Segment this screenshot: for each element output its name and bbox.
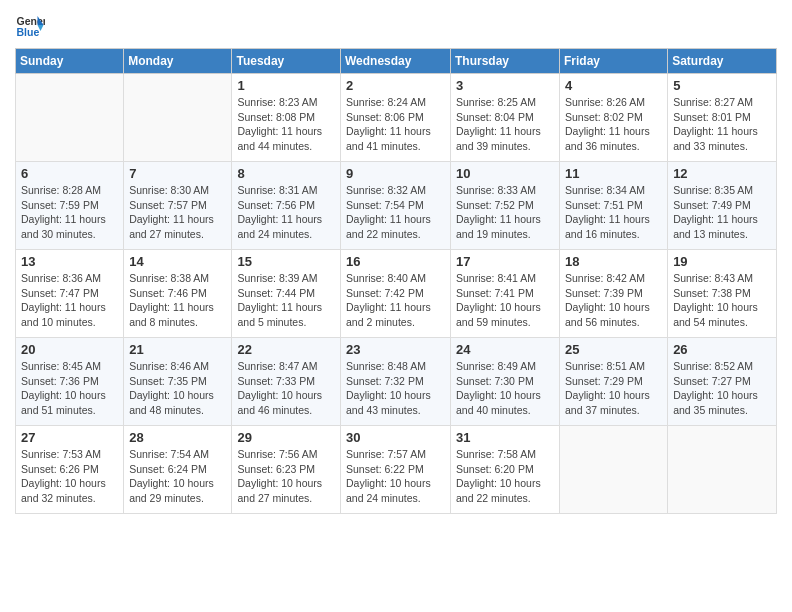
weekday-wednesday: Wednesday [341, 49, 451, 74]
day-detail: Sunrise: 8:39 AM Sunset: 7:44 PM Dayligh… [237, 271, 335, 330]
day-detail: Sunrise: 8:30 AM Sunset: 7:57 PM Dayligh… [129, 183, 226, 242]
day-number: 20 [21, 342, 118, 357]
calendar-cell: 6Sunrise: 8:28 AM Sunset: 7:59 PM Daylig… [16, 162, 124, 250]
day-detail: Sunrise: 8:25 AM Sunset: 8:04 PM Dayligh… [456, 95, 554, 154]
calendar-cell: 8Sunrise: 8:31 AM Sunset: 7:56 PM Daylig… [232, 162, 341, 250]
day-detail: Sunrise: 7:54 AM Sunset: 6:24 PM Dayligh… [129, 447, 226, 506]
day-detail: Sunrise: 8:41 AM Sunset: 7:41 PM Dayligh… [456, 271, 554, 330]
day-number: 23 [346, 342, 445, 357]
day-number: 30 [346, 430, 445, 445]
weekday-tuesday: Tuesday [232, 49, 341, 74]
calendar-cell: 1Sunrise: 8:23 AM Sunset: 8:08 PM Daylig… [232, 74, 341, 162]
day-detail: Sunrise: 8:27 AM Sunset: 8:01 PM Dayligh… [673, 95, 771, 154]
day-number: 28 [129, 430, 226, 445]
calendar-cell: 14Sunrise: 8:38 AM Sunset: 7:46 PM Dayli… [124, 250, 232, 338]
day-number: 14 [129, 254, 226, 269]
day-number: 19 [673, 254, 771, 269]
day-detail: Sunrise: 8:36 AM Sunset: 7:47 PM Dayligh… [21, 271, 118, 330]
day-number: 5 [673, 78, 771, 93]
day-number: 4 [565, 78, 662, 93]
calendar-cell: 7Sunrise: 8:30 AM Sunset: 7:57 PM Daylig… [124, 162, 232, 250]
logo: General Blue [15, 10, 49, 40]
day-number: 6 [21, 166, 118, 181]
weekday-saturday: Saturday [668, 49, 777, 74]
weekday-sunday: Sunday [16, 49, 124, 74]
calendar-cell: 27Sunrise: 7:53 AM Sunset: 6:26 PM Dayli… [16, 426, 124, 514]
calendar-cell: 22Sunrise: 8:47 AM Sunset: 7:33 PM Dayli… [232, 338, 341, 426]
day-number: 10 [456, 166, 554, 181]
day-detail: Sunrise: 8:45 AM Sunset: 7:36 PM Dayligh… [21, 359, 118, 418]
calendar-cell: 25Sunrise: 8:51 AM Sunset: 7:29 PM Dayli… [560, 338, 668, 426]
day-number: 9 [346, 166, 445, 181]
day-detail: Sunrise: 8:52 AM Sunset: 7:27 PM Dayligh… [673, 359, 771, 418]
day-number: 22 [237, 342, 335, 357]
day-detail: Sunrise: 8:24 AM Sunset: 8:06 PM Dayligh… [346, 95, 445, 154]
day-detail: Sunrise: 8:31 AM Sunset: 7:56 PM Dayligh… [237, 183, 335, 242]
day-detail: Sunrise: 8:23 AM Sunset: 8:08 PM Dayligh… [237, 95, 335, 154]
calendar-cell [124, 74, 232, 162]
week-row-2: 6Sunrise: 8:28 AM Sunset: 7:59 PM Daylig… [16, 162, 777, 250]
calendar-cell: 13Sunrise: 8:36 AM Sunset: 7:47 PM Dayli… [16, 250, 124, 338]
day-detail: Sunrise: 8:35 AM Sunset: 7:49 PM Dayligh… [673, 183, 771, 242]
calendar-cell: 18Sunrise: 8:42 AM Sunset: 7:39 PM Dayli… [560, 250, 668, 338]
week-row-1: 1Sunrise: 8:23 AM Sunset: 8:08 PM Daylig… [16, 74, 777, 162]
day-number: 31 [456, 430, 554, 445]
calendar-cell: 15Sunrise: 8:39 AM Sunset: 7:44 PM Dayli… [232, 250, 341, 338]
day-detail: Sunrise: 7:57 AM Sunset: 6:22 PM Dayligh… [346, 447, 445, 506]
day-number: 1 [237, 78, 335, 93]
day-number: 11 [565, 166, 662, 181]
day-detail: Sunrise: 8:33 AM Sunset: 7:52 PM Dayligh… [456, 183, 554, 242]
day-number: 3 [456, 78, 554, 93]
weekday-thursday: Thursday [451, 49, 560, 74]
day-number: 24 [456, 342, 554, 357]
day-detail: Sunrise: 8:43 AM Sunset: 7:38 PM Dayligh… [673, 271, 771, 330]
calendar-cell: 11Sunrise: 8:34 AM Sunset: 7:51 PM Dayli… [560, 162, 668, 250]
calendar-cell: 2Sunrise: 8:24 AM Sunset: 8:06 PM Daylig… [341, 74, 451, 162]
day-number: 29 [237, 430, 335, 445]
day-detail: Sunrise: 8:51 AM Sunset: 7:29 PM Dayligh… [565, 359, 662, 418]
logo-icon: General Blue [15, 10, 45, 40]
svg-text:Blue: Blue [17, 26, 40, 38]
calendar-cell: 3Sunrise: 8:25 AM Sunset: 8:04 PM Daylig… [451, 74, 560, 162]
calendar-cell [560, 426, 668, 514]
calendar-cell: 26Sunrise: 8:52 AM Sunset: 7:27 PM Dayli… [668, 338, 777, 426]
weekday-monday: Monday [124, 49, 232, 74]
day-number: 15 [237, 254, 335, 269]
calendar-cell: 20Sunrise: 8:45 AM Sunset: 7:36 PM Dayli… [16, 338, 124, 426]
day-number: 2 [346, 78, 445, 93]
day-detail: Sunrise: 8:48 AM Sunset: 7:32 PM Dayligh… [346, 359, 445, 418]
calendar-cell: 17Sunrise: 8:41 AM Sunset: 7:41 PM Dayli… [451, 250, 560, 338]
day-detail: Sunrise: 8:49 AM Sunset: 7:30 PM Dayligh… [456, 359, 554, 418]
calendar-cell: 30Sunrise: 7:57 AM Sunset: 6:22 PM Dayli… [341, 426, 451, 514]
week-row-5: 27Sunrise: 7:53 AM Sunset: 6:26 PM Dayli… [16, 426, 777, 514]
day-number: 16 [346, 254, 445, 269]
day-detail: Sunrise: 8:32 AM Sunset: 7:54 PM Dayligh… [346, 183, 445, 242]
calendar-cell: 16Sunrise: 8:40 AM Sunset: 7:42 PM Dayli… [341, 250, 451, 338]
day-detail: Sunrise: 8:28 AM Sunset: 7:59 PM Dayligh… [21, 183, 118, 242]
calendar-cell: 31Sunrise: 7:58 AM Sunset: 6:20 PM Dayli… [451, 426, 560, 514]
day-number: 27 [21, 430, 118, 445]
calendar-table: SundayMondayTuesdayWednesdayThursdayFrid… [15, 48, 777, 514]
calendar-cell [668, 426, 777, 514]
day-detail: Sunrise: 8:26 AM Sunset: 8:02 PM Dayligh… [565, 95, 662, 154]
day-number: 26 [673, 342, 771, 357]
day-detail: Sunrise: 8:42 AM Sunset: 7:39 PM Dayligh… [565, 271, 662, 330]
weekday-friday: Friday [560, 49, 668, 74]
calendar-cell: 29Sunrise: 7:56 AM Sunset: 6:23 PM Dayli… [232, 426, 341, 514]
day-number: 25 [565, 342, 662, 357]
day-number: 18 [565, 254, 662, 269]
day-detail: Sunrise: 7:58 AM Sunset: 6:20 PM Dayligh… [456, 447, 554, 506]
calendar-cell: 19Sunrise: 8:43 AM Sunset: 7:38 PM Dayli… [668, 250, 777, 338]
day-number: 7 [129, 166, 226, 181]
day-number: 12 [673, 166, 771, 181]
calendar-cell: 21Sunrise: 8:46 AM Sunset: 7:35 PM Dayli… [124, 338, 232, 426]
day-detail: Sunrise: 8:38 AM Sunset: 7:46 PM Dayligh… [129, 271, 226, 330]
calendar-cell [16, 74, 124, 162]
calendar-cell: 4Sunrise: 8:26 AM Sunset: 8:02 PM Daylig… [560, 74, 668, 162]
calendar-cell: 24Sunrise: 8:49 AM Sunset: 7:30 PM Dayli… [451, 338, 560, 426]
day-number: 17 [456, 254, 554, 269]
day-detail: Sunrise: 8:34 AM Sunset: 7:51 PM Dayligh… [565, 183, 662, 242]
week-row-3: 13Sunrise: 8:36 AM Sunset: 7:47 PM Dayli… [16, 250, 777, 338]
day-number: 13 [21, 254, 118, 269]
day-number: 8 [237, 166, 335, 181]
